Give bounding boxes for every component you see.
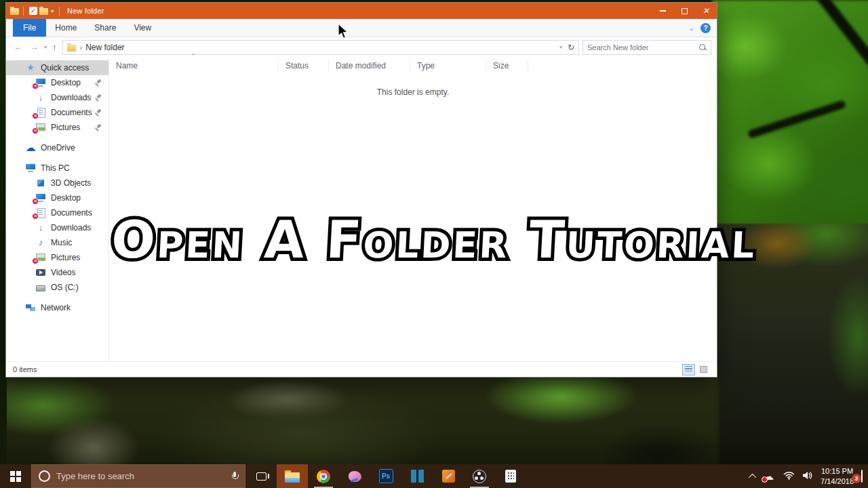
empty-folder-message: This folder is empty. — [109, 87, 717, 97]
obs-icon — [473, 470, 486, 483]
window-folder-icon — [10, 7, 20, 15]
sidebar-item-label: Desktop — [51, 78, 81, 87]
search-input[interactable] — [587, 43, 696, 52]
tab-file[interactable]: File — [13, 19, 46, 37]
thumbnails-view-button[interactable] — [697, 364, 710, 375]
help-icon[interactable]: ? — [701, 23, 711, 33]
column-header-size[interactable]: Size — [486, 60, 528, 72]
taskbar-clock[interactable]: 10:15 PM 7/14/2018 — [821, 466, 854, 487]
tab-share[interactable]: Share — [85, 19, 125, 37]
minimize-icon — [660, 10, 666, 12]
window-titlebar[interactable]: ▾ New folder ✕ — [6, 3, 717, 19]
wifi-icon[interactable] — [783, 470, 795, 483]
microphone-icon[interactable] — [231, 472, 238, 481]
sidebar-item-3d-objects[interactable]: 3D Objects — [6, 176, 108, 190]
taskbar-app-filmora[interactable] — [433, 464, 464, 488]
sidebar-item-documents[interactable]: Documents — [6, 105, 108, 120]
thumbnails-view-icon — [700, 366, 707, 373]
tray-chevron-up-icon[interactable] — [749, 473, 756, 481]
sidebar-item-os-c[interactable]: OS (C:) — [6, 280, 108, 295]
sidebar-item-onedrive[interactable]: OneDrive — [6, 140, 108, 155]
breadcrumb[interactable]: › New folder ▾ ↻ — [62, 40, 579, 55]
new-folder-icon[interactable] — [39, 7, 49, 15]
column-label: Name — [116, 61, 138, 70]
properties-icon[interactable] — [29, 7, 37, 15]
taskbar-app-video-editor[interactable] — [401, 464, 433, 488]
refresh-icon[interactable]: ↻ — [568, 43, 574, 52]
file-list-area[interactable]: ⌃ Name Status Date modified Type Size Th… — [109, 57, 717, 361]
windows-logo-icon — [10, 471, 21, 482]
notification-badge: 3 — [852, 474, 861, 483]
maximize-icon — [682, 8, 688, 14]
sidebar-item-label: OneDrive — [41, 143, 75, 152]
start-button[interactable] — [0, 464, 31, 488]
ribbon-collapse-chevron-icon[interactable]: ⌄ — [689, 24, 694, 32]
document-icon — [35, 107, 46, 118]
back-icon[interactable]: ← — [12, 42, 24, 52]
search-icon[interactable] — [698, 43, 707, 52]
task-view-button[interactable] — [245, 464, 277, 488]
qat-chevron-down-icon[interactable]: ▾ — [51, 8, 54, 14]
taskbar-app-calculator[interactable] — [495, 464, 526, 488]
filmora-icon — [442, 470, 455, 483]
up-icon[interactable]: ↑ — [50, 42, 59, 52]
photoshop-icon: Ps — [379, 469, 393, 483]
column-label: Status — [285, 61, 309, 70]
sidebar-item-desktop-pc[interactable]: Desktop — [6, 190, 108, 205]
titlebar-separator — [59, 7, 60, 16]
window-controls: ✕ — [652, 3, 717, 19]
taskbar-app-obs[interactable] — [464, 464, 495, 488]
minimize-button[interactable] — [652, 3, 673, 19]
forward-icon[interactable]: → — [28, 42, 41, 52]
column-header-date-modified[interactable]: Date modified — [329, 60, 410, 72]
column-header-status[interactable]: Status — [279, 60, 329, 72]
sidebar-item-pictures-pc[interactable]: Pictures — [6, 250, 108, 265]
video-editor-icon — [411, 470, 424, 483]
maximize-button[interactable] — [673, 3, 695, 19]
ribbon-right-controls: ⌄ ? — [689, 19, 717, 37]
titlebar-separator — [23, 7, 24, 16]
close-button[interactable]: ✕ — [695, 3, 717, 19]
taskbar-app-chrome[interactable] — [308, 464, 339, 488]
sidebar-item-music[interactable]: Music — [6, 235, 108, 250]
sort-ascending-icon: ⌃ — [191, 53, 196, 60]
tab-home[interactable]: Home — [46, 19, 85, 37]
file-explorer-window: ▾ New folder ✕ File Home Share View ⌄ ? … — [5, 2, 717, 378]
monitor-icon — [25, 163, 36, 174]
column-header-name[interactable]: Name — [109, 60, 279, 72]
clock-date: 7/14/2018 — [821, 476, 854, 487]
taskbar-search-input[interactable] — [56, 471, 225, 481]
sidebar-item-network[interactable]: Network — [6, 300, 108, 315]
sidebar-item-this-pc[interactable]: This PC — [6, 161, 108, 176]
sidebar-item-downloads[interactable]: Downloads — [6, 90, 108, 105]
onedrive-tray-icon[interactable] — [764, 472, 776, 481]
action-center-button[interactable]: 3 — [861, 470, 863, 483]
sidebar-item-downloads-pc[interactable]: Downloads — [6, 220, 108, 235]
sidebar-item-videos[interactable]: Videos — [6, 265, 108, 280]
details-view-button[interactable] — [682, 364, 695, 375]
sidebar-item-quick-access[interactable]: Quick access — [6, 60, 108, 75]
sync-error-badge — [32, 83, 39, 89]
close-icon: ✕ — [703, 7, 709, 15]
volume-icon[interactable] — [802, 470, 813, 483]
taskbar-app-paint3d[interactable] — [339, 464, 370, 488]
tab-view[interactable]: View — [125, 19, 160, 37]
breadcrumb-path[interactable]: New folder — [85, 43, 124, 52]
sidebar-item-documents-pc[interactable]: Documents — [6, 205, 108, 220]
taskbar-app-photoshop[interactable]: Ps — [370, 464, 401, 488]
sidebar-item-desktop[interactable]: Desktop — [6, 75, 108, 90]
taskbar-search[interactable] — [31, 464, 245, 488]
column-header-type[interactable]: Type — [410, 60, 486, 72]
sidebar-item-label: Documents — [51, 208, 92, 218]
ribbon-tab-bar: File Home Share View ⌄ ? — [6, 19, 717, 37]
quick-access-star-icon — [25, 62, 36, 73]
sidebar-item-label: OS (C:) — [51, 283, 79, 292]
sidebar-item-label: Desktop — [51, 193, 81, 203]
address-dropdown-chevron-icon[interactable]: ▾ — [559, 44, 562, 50]
sidebar-item-label: Music — [51, 238, 72, 247]
search-box — [583, 40, 711, 55]
taskbar-app-file-explorer[interactable] — [277, 464, 308, 488]
column-headers: ⌃ Name Status Date modified Type Size — [109, 58, 717, 74]
sidebar-item-pictures[interactable]: Pictures — [6, 120, 108, 135]
recent-locations-chevron-icon[interactable]: ▾ — [44, 44, 47, 50]
